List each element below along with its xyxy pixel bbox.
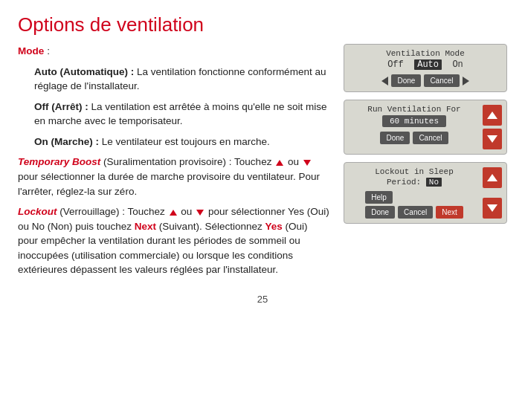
panel2-nav: Done Cancel xyxy=(380,132,448,144)
lockout-down-triangle xyxy=(196,210,204,216)
panel3-help-button[interactable]: Help xyxy=(365,191,393,204)
panel1-title: Ventilation Mode xyxy=(386,49,465,58)
panel3-next-button[interactable]: Next xyxy=(436,206,463,219)
page-title: Options de ventilation xyxy=(18,13,507,36)
panel1-done-button[interactable]: Done xyxy=(391,74,421,87)
off-heading: Off (Arrêt) : xyxy=(34,101,88,112)
panel1-inner: Ventilation Mode Off Auto On Done Cancel xyxy=(381,49,468,87)
panel1-highlighted: Auto xyxy=(414,59,442,70)
panel3-nav: Done Cancel Next xyxy=(365,206,463,219)
panel1-cancel-button[interactable]: Cancel xyxy=(424,74,459,87)
panel2-done-button[interactable]: Done xyxy=(380,132,410,144)
up-arrow-icon xyxy=(487,174,497,181)
on-heading: On (Marche) : xyxy=(34,136,99,147)
boost-paragraph: Temporary Boost (Suralimentation proviso… xyxy=(18,155,330,198)
mode-colon: : xyxy=(47,44,50,59)
page-number: 25 xyxy=(18,294,507,305)
panel3-cancel-button[interactable]: Cancel xyxy=(398,206,433,219)
lockout-up-triangle xyxy=(170,210,177,216)
panels-column: Ventilation Mode Off Auto On Done Cancel… xyxy=(344,44,507,283)
boost-text3: pour sélectionner la durée de marche pro… xyxy=(18,171,320,197)
lockout-label: Lockout xyxy=(18,206,57,217)
panel1-left-arrow-button[interactable] xyxy=(381,77,388,85)
boost-up-triangle xyxy=(276,160,283,166)
lockout-sleep-panel: Lockout in Sleep Period: No Help Done Ca… xyxy=(344,162,507,224)
on-paragraph: On (Marche) : Le ventilateur est toujour… xyxy=(34,135,330,149)
panel3-done-button[interactable]: Done xyxy=(365,206,395,219)
text-column: Mode : Auto (Automatique) : La ventilati… xyxy=(18,44,330,283)
panel2-down-button[interactable] xyxy=(483,129,502,149)
off-paragraph: Off (Arrêt) : La ventilation est arrêtée… xyxy=(34,100,330,129)
lockout-text: (Verrouillage) : Touchez xyxy=(57,206,168,217)
next-label: Next xyxy=(135,221,156,232)
panel1-right-arrow-button[interactable] xyxy=(463,77,469,85)
boost-text2: ou xyxy=(285,156,302,167)
panel3-up-button[interactable] xyxy=(483,167,502,188)
boost-label: Temporary Boost xyxy=(18,156,100,167)
panel3-arrows xyxy=(483,167,502,219)
yes-label: Yes xyxy=(265,221,282,232)
on-text: Le ventilateur est toujours en marche. xyxy=(102,136,270,147)
run-ventilation-panel: Run Ventilation For 60 minutes Done Canc… xyxy=(344,100,507,155)
lockout-text2: ou xyxy=(178,206,196,217)
panel2-title: Run Ventilation For xyxy=(367,105,460,114)
panel3-inner: Lockout in Sleep Period: No Help Done Ca… xyxy=(349,167,480,219)
panel3-title1: Lockout in Sleep xyxy=(375,167,454,176)
auto-heading: Auto (Automatique) : xyxy=(34,66,134,77)
boost-down-triangle xyxy=(303,160,311,166)
panel3-help-row: Help xyxy=(365,191,463,204)
panel2-arrows xyxy=(483,105,502,149)
up-arrow-icon xyxy=(487,112,497,119)
ventilation-mode-panel: Ventilation Mode Off Auto On Done Cancel xyxy=(344,44,507,92)
left-arrow-icon xyxy=(381,77,388,85)
auto-paragraph: Auto (Automatique) : La ventilation fonc… xyxy=(34,65,330,94)
panel1-value: Off Auto On xyxy=(387,59,463,70)
panel3-title2: Period: No xyxy=(387,178,442,187)
panel1-nav: Done Cancel xyxy=(381,74,468,87)
panel2-inner: Run Ventilation For 60 minutes Done Canc… xyxy=(349,105,480,149)
panel3-down-button[interactable] xyxy=(483,198,502,219)
panel2-cancel-button[interactable]: Cancel xyxy=(413,132,448,144)
lockout-paragraph: Lockout (Verrouillage) : Touchez ou pour… xyxy=(18,204,330,277)
down-arrow-icon xyxy=(487,204,497,212)
panel2-up-button[interactable] xyxy=(483,105,502,126)
panel2-value-box: 60 minutes xyxy=(382,115,446,127)
lockout-text4: (Suivant). Sélectionnez xyxy=(156,221,265,232)
mode-label: Mode xyxy=(18,44,44,59)
boost-text: (Suralimentation provisoire) : Touchez xyxy=(100,156,274,167)
panel3-buttons: Help Done Cancel Next xyxy=(365,191,463,219)
down-arrow-icon xyxy=(487,135,497,143)
panel3-value-highlighted: No xyxy=(426,178,442,187)
right-arrow-icon xyxy=(463,77,469,85)
